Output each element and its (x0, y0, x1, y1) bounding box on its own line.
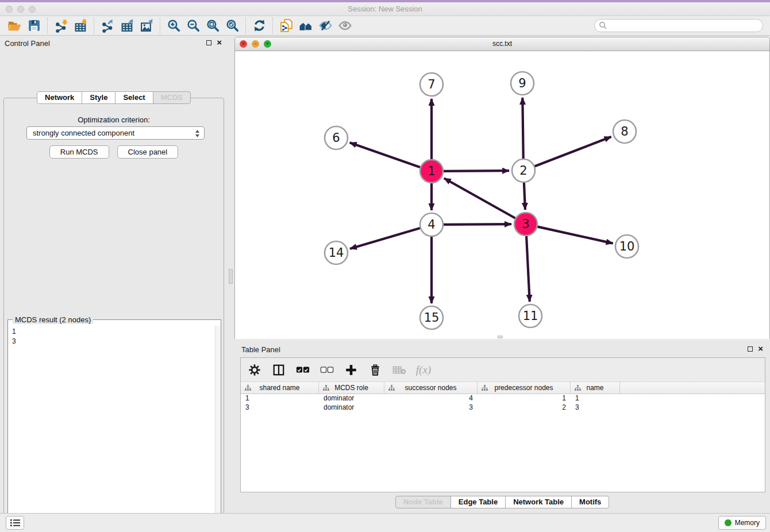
float-table-panel-icon[interactable] (748, 346, 753, 352)
cell-0-2[interactable]: 4 (384, 394, 478, 403)
cell-1-3[interactable]: 2 (478, 403, 571, 413)
close-table-panel-icon[interactable]: × (758, 346, 763, 352)
column-header-MCDS-role[interactable]: MCDS role (319, 382, 384, 394)
close-panel-icon[interactable]: × (217, 40, 222, 45)
node-7[interactable]: 7 (420, 73, 443, 96)
canvas-resize-grip[interactable] (498, 336, 503, 338)
import-network-button[interactable] (51, 17, 71, 34)
table-body: 1dominator4113dominator323 (241, 394, 765, 413)
cell-0-1[interactable]: dominator (319, 394, 384, 403)
cell-1-2[interactable]: 3 (384, 403, 478, 413)
add-column-button[interactable] (343, 361, 359, 379)
edge-1-6[interactable] (350, 142, 421, 167)
column-header-successor-nodes[interactable]: successor nodes (384, 382, 478, 394)
home-view-button[interactable] (296, 17, 315, 34)
tab-select[interactable]: Select (115, 91, 153, 104)
delete-table-button[interactable] (391, 361, 407, 379)
cell-0-0[interactable]: 1 (241, 394, 319, 403)
cell-1-0[interactable]: 3 (241, 403, 319, 413)
zoom-fit-button[interactable] (203, 17, 222, 34)
node-9[interactable]: 9 (511, 72, 534, 95)
node-1[interactable]: 1 (420, 160, 443, 183)
table-row-1[interactable]: 3dominator323 (241, 403, 765, 413)
delete-column-button[interactable] (367, 361, 383, 379)
show-nodes-button[interactable] (335, 17, 355, 34)
edge-3-1[interactable] (444, 178, 516, 218)
control-panel-header: Control Panel × (0, 36, 228, 51)
save-session-button[interactable] (24, 17, 44, 34)
tab-node-table[interactable]: Node Table (395, 496, 451, 508)
zoom-selected-button[interactable] (222, 17, 242, 34)
column-header-label: successor nodes (405, 384, 456, 392)
edge-2-3[interactable] (524, 182, 525, 210)
duplicate-network-button[interactable] (276, 17, 296, 34)
search-container (594, 19, 763, 32)
column-header-name[interactable]: name (571, 382, 620, 394)
node-11[interactable]: 11 (519, 304, 542, 327)
function-builder-button[interactable]: f(x) (415, 361, 432, 379)
houses-icon (299, 18, 313, 33)
criterion-dropdown[interactable]: strongly connected component (26, 126, 205, 140)
node-6[interactable]: 6 (325, 126, 348, 149)
table-row-0[interactable]: 1dominator411 (241, 394, 765, 403)
cell-0-3[interactable]: 1 (478, 394, 571, 403)
edge-4-3[interactable] (443, 224, 511, 225)
memory-button[interactable]: Memory (718, 516, 766, 530)
node-label-2: 2 (519, 164, 527, 178)
export-image-button[interactable] (137, 17, 156, 34)
edge-2-9[interactable] (522, 98, 523, 159)
splitter-handle[interactable] (229, 269, 233, 284)
import-table-button[interactable] (71, 17, 90, 34)
zoom-out-button[interactable] (183, 17, 203, 34)
node-14[interactable]: 14 (325, 241, 348, 264)
search-input[interactable] (594, 19, 763, 32)
column-header-shared-name[interactable]: shared name (241, 382, 319, 394)
column-type-icon (323, 385, 329, 391)
tab-edge-table[interactable]: Edge Table (451, 496, 506, 508)
task-history-button[interactable] (6, 516, 24, 530)
close-panel-button[interactable]: Close panel (117, 145, 179, 159)
run-mcds-button[interactable]: Run MCDS (49, 145, 109, 159)
node-2[interactable]: 2 (512, 159, 535, 182)
column-header-predecessor-nodes[interactable]: predecessor nodes (478, 382, 571, 394)
tab-network-table[interactable]: Network Table (505, 496, 572, 508)
cell-0-4[interactable]: 1 (571, 394, 620, 403)
network-graph[interactable]: 7968124314101511 (235, 51, 769, 339)
node-4[interactable]: 4 (420, 213, 443, 236)
edge-3-10[interactable] (537, 226, 613, 243)
node-10[interactable]: 10 (615, 235, 638, 258)
export-network-button[interactable] (98, 17, 117, 34)
table-panel: Table Panel × (234, 342, 770, 511)
hide-nodes-button[interactable] (315, 17, 335, 34)
zoom-in-button[interactable] (164, 17, 183, 34)
refresh-view-button[interactable] (249, 17, 269, 34)
split-panel-button[interactable] (271, 361, 287, 379)
export-table-button[interactable] (117, 17, 137, 34)
mcds-result-box: MCDS result (2 nodes) 1 3 (7, 319, 221, 532)
select-all-rows-button[interactable] (295, 361, 311, 379)
float-panel-icon[interactable] (206, 40, 211, 45)
deselect-all-rows-button[interactable] (319, 361, 335, 379)
cell-1-1[interactable]: dominator (319, 403, 384, 413)
edge-3-11[interactable] (526, 236, 530, 302)
gear-icon (248, 364, 261, 376)
network-canvas[interactable]: 7968124314101511 (235, 51, 769, 339)
node-label-4: 4 (428, 218, 435, 232)
table-settings-button[interactable] (247, 361, 263, 379)
vertical-splitter[interactable] (228, 36, 234, 513)
open-session-button[interactable] (5, 17, 24, 34)
cell-1-4[interactable]: 3 (571, 403, 620, 413)
tab-style[interactable]: Style (82, 91, 116, 104)
network-window-titlebar[interactable]: × − + scc.txt (235, 37, 769, 51)
node-15[interactable]: 15 (420, 306, 443, 329)
tab-mcds[interactable]: MCDS (153, 91, 191, 104)
tab-network[interactable]: Network (37, 91, 82, 104)
edge-1-2[interactable] (443, 171, 509, 171)
import-table-icon (74, 18, 88, 33)
edge-4-14[interactable] (350, 228, 421, 249)
tab-motifs[interactable]: Motifs (571, 496, 609, 508)
node-3[interactable]: 3 (514, 213, 537, 236)
mcds-result-scrollbar[interactable] (215, 326, 220, 532)
node-8[interactable]: 8 (613, 120, 636, 143)
edge-2-8[interactable] (534, 137, 611, 167)
